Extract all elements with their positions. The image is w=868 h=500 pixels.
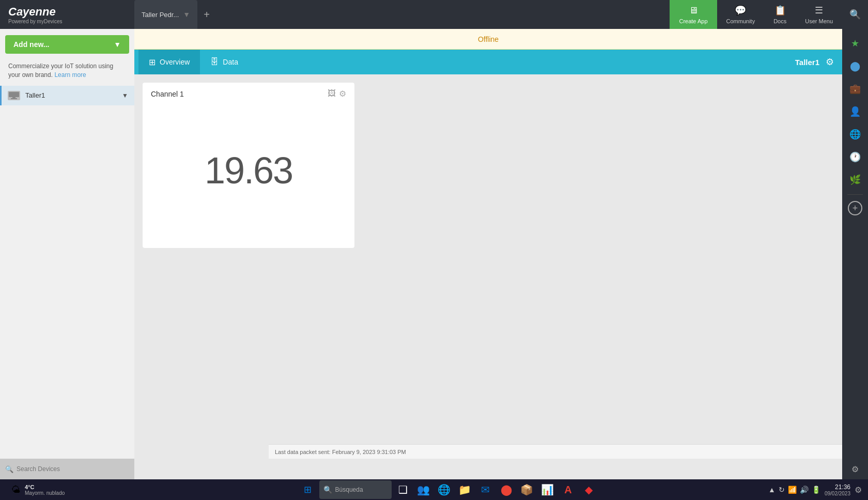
right-sidebar-bottom-settings: ⚙ <box>842 459 868 479</box>
clock-date: 09/02/2023 <box>825 491 850 496</box>
svg-rect-0 <box>9 92 19 97</box>
clock-time: 21:36 <box>835 483 850 491</box>
widget-chart-icon[interactable]: 🖼 <box>328 89 336 99</box>
taskbar-search-button[interactable]: 🔍 Búsqueda <box>319 480 392 499</box>
chrome-icon: ⬤ <box>501 483 512 496</box>
sidebar-person-icon[interactable]: 👤 <box>845 101 865 122</box>
taskview-icon: ❑ <box>398 483 408 496</box>
widgets-area: Channel 1 🖼 ⚙ 19.63 <box>134 74 842 479</box>
user-menu-icon: ☰ <box>815 5 823 16</box>
tray-wifi-icon[interactable]: 📶 <box>788 486 797 494</box>
taskbar-right: ▲ ↻ 📶 🔊 🔋 21:36 09/02/2023 ⚙ <box>762 483 868 496</box>
tray-sync-icon[interactable]: ↻ <box>779 486 785 494</box>
tray-expand-icon[interactable]: ▲ <box>768 486 776 494</box>
tab-overview[interactable]: ⊞ Overview <box>138 50 200 74</box>
search-devices-icon: 🔍 <box>5 465 13 473</box>
left-sidebar: Add new... ▼ Commercialize your IoT solu… <box>0 29 134 479</box>
channel1-widget: Channel 1 🖼 ⚙ 19.63 <box>143 83 354 248</box>
device-tab[interactable]: Taller Pedr... ▼ <box>134 0 197 29</box>
adobe-button[interactable]: A <box>559 480 578 499</box>
databricks-button[interactable]: ◆ <box>580 480 598 499</box>
widget-value: 19.63 <box>143 103 354 248</box>
svg-rect-1 <box>12 97 16 98</box>
edge-icon: 🌐 <box>438 483 451 496</box>
sidebar-briefcase-icon[interactable]: 💼 <box>845 79 865 99</box>
taskbar-settings-icon[interactable]: ⚙ <box>855 485 862 495</box>
tray-battery-icon[interactable]: 🔋 <box>812 486 820 494</box>
tabs-bar: ⊞ Overview 🗄 Data Taller1 ⚙ <box>134 50 842 74</box>
left-sidebar-bottom: 🔍 <box>0 459 134 479</box>
top-navigation: Cayenne Powered by myDevices Taller Pedr… <box>0 0 868 29</box>
mail-icon: ✉ <box>481 483 490 496</box>
overview-tab-icon: ⊞ <box>149 57 156 67</box>
dropbox-button[interactable]: 📦 <box>518 480 536 499</box>
powerpoint-button[interactable]: 📊 <box>538 480 557 499</box>
weather-info: 4°C Mayorm. nublado <box>25 484 65 496</box>
right-sidebar-gear-icon[interactable]: ⚙ <box>851 464 859 474</box>
explorer-button[interactable]: 📁 <box>456 480 474 499</box>
search-devices-input[interactable] <box>17 465 129 473</box>
adobe-icon: A <box>564 484 571 496</box>
explorer-icon: 📁 <box>458 483 471 496</box>
sidebar-globe-icon[interactable]: 🌐 <box>845 124 865 145</box>
edge-button[interactable]: 🌐 <box>435 480 454 499</box>
add-new-chevron-icon: ▼ <box>114 40 121 49</box>
device-tab-name: Taller Pedr... <box>142 11 179 19</box>
weather-widget: 🌤 4°C Mayorm. nublado <box>5 484 71 496</box>
community-button[interactable]: 💬 Community <box>717 0 765 29</box>
weather-temp: 4°C <box>25 484 65 490</box>
taskbar-apps: ⊞ 🔍 Búsqueda ❑ 👥 🌐 📁 ✉ ⬤ <box>134 480 762 499</box>
widget-title: Channel 1 <box>151 90 184 98</box>
tray-volume-icon[interactable]: 🔊 <box>800 486 809 494</box>
data-tab-icon: 🗄 <box>210 57 219 67</box>
widget-gear-icon[interactable]: ⚙ <box>339 89 346 99</box>
powerpoint-icon: 📊 <box>541 483 554 496</box>
widget-actions: 🖼 ⚙ <box>328 89 346 99</box>
add-new-button[interactable]: Add new... ▼ <box>5 35 129 54</box>
device-name-taller1: Taller1 <box>25 91 117 99</box>
weather-icon: 🌤 <box>11 485 21 495</box>
taskview-button[interactable]: ❑ <box>394 480 412 499</box>
tab-data[interactable]: 🗄 Data <box>200 50 249 74</box>
device-settings-button[interactable]: ⚙ <box>826 56 838 68</box>
sidebar-leaf-icon[interactable]: 🌿 <box>845 169 865 190</box>
status-bar: Last data packet sent: February 9, 2023 … <box>269 444 868 459</box>
device-list: Taller1 ▼ <box>0 86 134 479</box>
sidebar-add-button[interactable]: + <box>848 201 862 215</box>
main-content: Offline ⊞ Overview 🗄 Data Taller1 ⚙ Chan… <box>134 29 842 479</box>
device-tab-arrow: ▼ <box>183 10 190 19</box>
weather-desc: Mayorm. nublado <box>25 490 65 496</box>
device-chevron-icon: ▼ <box>122 92 128 99</box>
learn-more-link[interactable]: Learn more <box>54 71 86 79</box>
taskbar-search-icon: 🔍 <box>323 486 332 494</box>
user-menu-button[interactable]: ☰ User Menu <box>796 0 842 29</box>
start-button[interactable]: ⊞ <box>299 480 317 499</box>
nav-actions: 🖥 Create App 💬 Community 📋 Docs ☰ User M… <box>670 0 868 29</box>
app-logo: Cayenne Powered by myDevices <box>0 5 134 24</box>
sidebar-star-icon[interactable]: ★ <box>845 33 865 54</box>
offline-banner: Offline <box>134 29 842 50</box>
clock-area: 21:36 09/02/2023 <box>825 483 850 496</box>
logo-subtitle: Powered by myDevices <box>8 19 126 24</box>
windows-icon: ⊞ <box>304 484 312 495</box>
teams-icon: 👥 <box>417 483 430 496</box>
search-devices-box[interactable]: 🔍 <box>5 465 129 473</box>
device-item-taller1[interactable]: Taller1 ▼ <box>0 86 134 105</box>
taskbar: 🌤 4°C Mayorm. nublado ⊞ 🔍 Búsqueda ❑ 👥 🌐 <box>0 479 868 500</box>
tabs-device-name: Taller1 <box>795 58 826 67</box>
docs-button[interactable]: 📋 Docs <box>764 0 796 29</box>
svg-rect-2 <box>11 98 17 99</box>
sidebar-clock-icon[interactable]: 🕐 <box>845 147 865 167</box>
chrome-button[interactable]: ⬤ <box>497 480 516 499</box>
community-icon: 💬 <box>735 5 746 16</box>
global-search-button[interactable]: 🔍 <box>842 0 868 29</box>
create-app-button[interactable]: 🖥 Create App <box>670 0 717 29</box>
taskbar-search-label: Búsqueda <box>335 486 363 493</box>
sidebar-dot-icon[interactable]: ⬤ <box>845 56 865 76</box>
teams-button[interactable]: 👥 <box>414 480 433 499</box>
add-tab-button[interactable]: + <box>197 0 216 29</box>
widget-header: Channel 1 🖼 ⚙ <box>143 83 354 103</box>
create-app-icon: 🖥 <box>689 5 698 16</box>
mail-button[interactable]: ✉ <box>476 480 495 499</box>
docs-icon: 📋 <box>774 5 786 16</box>
